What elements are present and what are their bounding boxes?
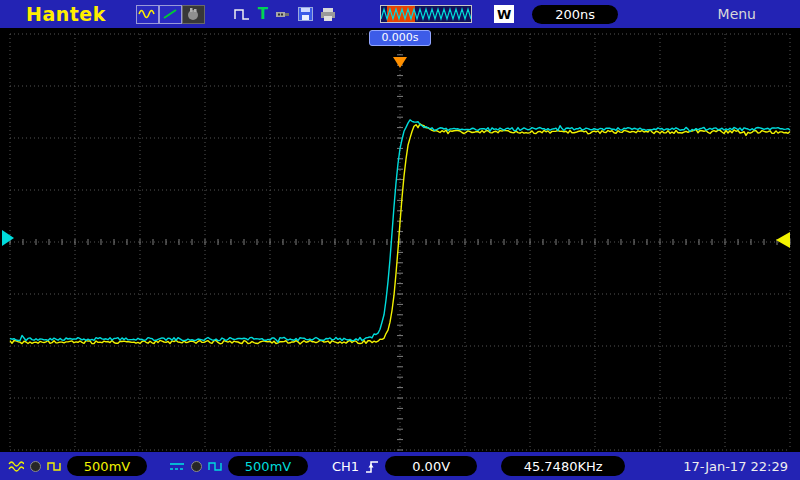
line-tool-icon[interactable] [159, 5, 182, 24]
trigger-status: CH1 0.00V [332, 456, 477, 476]
ch2-scale-display: 500mV [228, 456, 308, 476]
waveform-display-icon[interactable] [136, 5, 159, 24]
ch2-dc-coupling-icon [169, 461, 185, 471]
channel-position-marker [2, 230, 14, 246]
ch1-scale-display: 500mV [67, 456, 147, 476]
bottom-bar: 500mV 500mV CH1 0.00V 45.7480KHz 17-Jan-… [0, 452, 800, 480]
ch1-status: 500mV [8, 456, 147, 476]
toolbar-flat-group: T [233, 7, 336, 22]
brand-logo: Hantek [26, 3, 106, 25]
ch2-bwlimit-icon [190, 460, 203, 473]
ch1-ac-coupling-icon [8, 460, 24, 472]
trigger-position-marker [393, 57, 407, 68]
toolbar-box-group [136, 5, 205, 24]
pulse-icon[interactable] [233, 7, 251, 21]
trigger-level-display: 0.00V [385, 456, 477, 476]
usb-icon[interactable] [275, 8, 291, 20]
graticule-canvas [0, 28, 800, 452]
ch1-squarewave-icon [47, 461, 62, 472]
top-bar: Hantek T W 200ns Menu [0, 0, 800, 28]
timebase-display: 200ns [532, 5, 618, 24]
trigger-t-icon[interactable]: T [258, 7, 268, 22]
scope-screen: 0.000s [0, 28, 800, 452]
zoom-window-button[interactable]: W [494, 5, 514, 23]
ch2-squarewave-icon [208, 461, 223, 472]
trigger-level-marker [776, 232, 790, 248]
printer-icon[interactable] [320, 8, 336, 21]
frequency-display: 45.7480KHz [501, 456, 625, 476]
trigger-source-label: CH1 [332, 459, 359, 474]
datetime-label: 17-Jan-17 22:29 [683, 459, 788, 474]
trigger-time-badge[interactable]: 0.000s [369, 30, 431, 46]
ch2-status: 500mV [169, 456, 308, 476]
trigger-slope-icon [365, 459, 379, 474]
ch1-bwlimit-icon [29, 460, 42, 473]
hand-tool-icon[interactable] [182, 5, 205, 24]
save-icon[interactable] [298, 7, 313, 21]
memory-window[interactable] [380, 5, 472, 23]
menu-button[interactable]: Menu [718, 6, 756, 22]
